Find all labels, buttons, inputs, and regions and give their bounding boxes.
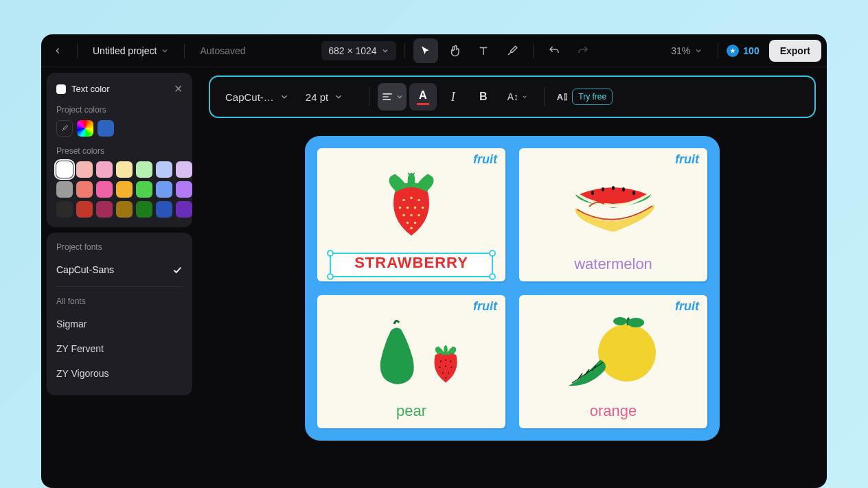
color-swatch[interactable] bbox=[176, 161, 192, 178]
card-strawberry[interactable]: fruit bbox=[317, 148, 505, 281]
all-fonts-label: All fonts bbox=[56, 297, 183, 306]
artboard[interactable]: fruit bbox=[305, 136, 720, 441]
color-swatch[interactable] bbox=[96, 181, 113, 198]
body: Text color ✕ Project colors Preset color… bbox=[41, 67, 827, 488]
color-swatch[interactable] bbox=[76, 181, 93, 198]
font-name: CapCut-… bbox=[225, 91, 274, 103]
color-swatch[interactable] bbox=[156, 181, 172, 198]
svg-point-26 bbox=[445, 366, 446, 367]
chevron-down-icon bbox=[279, 92, 289, 102]
text-color-icon bbox=[56, 84, 66, 94]
autosaved-label: Autosaved bbox=[193, 41, 252, 60]
card-orange[interactable]: fruit orange bbox=[519, 295, 707, 428]
export-button[interactable]: Export bbox=[769, 40, 821, 62]
text-tool[interactable] bbox=[471, 38, 496, 63]
ai-button[interactable]: A𝕀 Try free bbox=[553, 83, 617, 111]
color-swatch[interactable] bbox=[76, 201, 93, 218]
svg-point-27 bbox=[450, 367, 452, 368]
color-swatch[interactable] bbox=[156, 201, 172, 218]
credits-display[interactable]: 100 bbox=[727, 45, 759, 57]
color-swatch[interactable] bbox=[116, 181, 133, 198]
close-icon[interactable]: ✕ bbox=[174, 82, 183, 95]
pear-image bbox=[323, 301, 500, 402]
cursor-tool[interactable] bbox=[413, 38, 438, 63]
dimensions-value: 682 × 1024 bbox=[328, 45, 376, 56]
hand-tool[interactable] bbox=[442, 38, 467, 63]
color-swatch[interactable] bbox=[136, 181, 152, 198]
svg-point-15 bbox=[414, 222, 417, 224]
color-swatch[interactable] bbox=[56, 201, 73, 218]
watermelon-text[interactable]: watermelon bbox=[525, 255, 702, 276]
back-button[interactable] bbox=[47, 40, 69, 62]
color-swatch[interactable] bbox=[56, 161, 73, 178]
font-size-dropdown[interactable]: 24 pt bbox=[299, 87, 361, 107]
color-swatch[interactable] bbox=[56, 181, 73, 198]
project-title-dropdown[interactable]: Untitled project bbox=[86, 41, 176, 60]
font-item[interactable]: ZY Vigorous bbox=[56, 361, 183, 386]
dimensions-dropdown[interactable]: 682 × 1024 bbox=[321, 41, 396, 60]
separator bbox=[56, 286, 183, 287]
color-swatch[interactable] bbox=[116, 201, 133, 218]
svg-point-29 bbox=[448, 372, 449, 373]
app-window: Untitled project Autosaved 682 × 1024 bbox=[41, 34, 827, 488]
orange-text[interactable]: orange bbox=[525, 402, 702, 423]
strawberry-image bbox=[323, 154, 500, 254]
color-swatch[interactable] bbox=[116, 161, 133, 178]
text-toolbar: CapCut-… 24 pt A I bbox=[209, 75, 816, 118]
color-swatch[interactable] bbox=[136, 201, 152, 218]
rainbow-picker[interactable] bbox=[77, 120, 93, 137]
italic-button[interactable]: I bbox=[439, 83, 467, 111]
card-watermelon[interactable]: fruit watermelon bbox=[519, 148, 707, 281]
color-swatch[interactable] bbox=[156, 161, 172, 178]
svg-point-25 bbox=[439, 367, 441, 368]
align-dropdown[interactable] bbox=[378, 83, 407, 111]
undo-button[interactable] bbox=[542, 38, 567, 63]
font-dropdown[interactable]: CapCut-… bbox=[218, 87, 296, 107]
color-swatch[interactable] bbox=[96, 201, 113, 218]
project-fonts-label: Project fonts bbox=[56, 242, 183, 252]
redo-button[interactable] bbox=[571, 38, 595, 63]
svg-point-9 bbox=[414, 207, 417, 209]
svg-point-30 bbox=[445, 377, 446, 378]
zoom-dropdown[interactable]: 31% bbox=[664, 41, 709, 60]
svg-point-28 bbox=[442, 372, 444, 373]
color-swatch[interactable] bbox=[136, 161, 152, 178]
font-list: SigmarZY FerventZY Vigorous bbox=[56, 312, 183, 386]
letter-a-icon: A bbox=[419, 89, 427, 102]
eyedropper-button[interactable] bbox=[56, 120, 73, 137]
font-item[interactable]: ZY Fervent bbox=[56, 336, 183, 361]
svg-point-12 bbox=[410, 214, 413, 217]
svg-point-31 bbox=[598, 324, 656, 382]
font-item[interactable]: Sigmar bbox=[56, 312, 183, 336]
text-case-dropdown[interactable]: A↕ bbox=[500, 83, 536, 111]
orange-image bbox=[525, 301, 702, 402]
project-title: Untitled project bbox=[93, 45, 157, 56]
selected-font-name: CapCut-Sans bbox=[56, 264, 114, 275]
check-icon bbox=[172, 264, 183, 275]
text-color-button[interactable]: A bbox=[409, 83, 437, 111]
chevron-down-icon bbox=[381, 47, 389, 55]
svg-point-21 bbox=[632, 191, 635, 195]
color-swatch[interactable] bbox=[96, 161, 113, 178]
pear-text[interactable]: pear bbox=[323, 402, 500, 423]
font-size: 24 pt bbox=[306, 91, 328, 103]
bold-button[interactable]: B bbox=[470, 83, 497, 111]
eyedropper-tool[interactable] bbox=[500, 38, 525, 63]
project-colors-label: Project colors bbox=[56, 105, 183, 115]
svg-point-14 bbox=[407, 222, 409, 224]
preset-colors-label: Preset colors bbox=[56, 146, 183, 156]
separator bbox=[533, 43, 534, 58]
svg-point-13 bbox=[418, 214, 420, 217]
strawberry-text[interactable]: STRAWBERRY bbox=[323, 254, 500, 275]
svg-point-18 bbox=[602, 187, 604, 191]
selected-font-row[interactable]: CapCut-Sans bbox=[56, 257, 183, 282]
color-swatch[interactable] bbox=[176, 181, 192, 198]
chevron-down-icon bbox=[334, 92, 343, 102]
card-pear[interactable]: fruit pear bbox=[317, 295, 505, 428]
chevron-down-icon bbox=[521, 93, 528, 100]
color-swatch[interactable] bbox=[176, 201, 192, 218]
project-color-blue[interactable] bbox=[98, 120, 114, 137]
svg-point-20 bbox=[622, 187, 625, 191]
color-swatch[interactable] bbox=[76, 161, 93, 178]
preset-swatch-grid bbox=[56, 161, 183, 218]
